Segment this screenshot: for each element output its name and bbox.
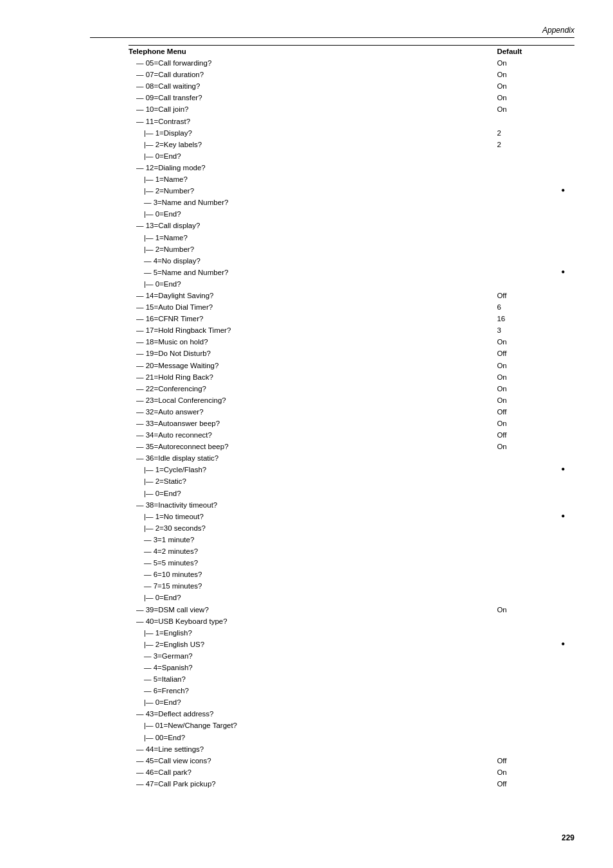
bullet-indicator bbox=[551, 394, 574, 406]
bullet-indicator bbox=[551, 244, 574, 255]
default-value bbox=[494, 650, 551, 662]
menu-item-text: — 07=Call duration? bbox=[129, 69, 494, 80]
bullet-indicator bbox=[551, 696, 574, 708]
bullet-indicator bbox=[551, 743, 574, 755]
menu-item-text: — 11=Contrast? bbox=[129, 116, 494, 127]
default-value bbox=[494, 452, 551, 464]
bullet-indicator bbox=[551, 208, 574, 220]
menu-item-text: — 16=CFNR Timer? bbox=[129, 313, 494, 324]
table-row: |— 1=English? bbox=[129, 627, 574, 639]
table-row: — 08=Call waiting?On bbox=[129, 80, 574, 92]
bullet-indicator bbox=[551, 162, 574, 173]
table-row: — 4=Spanish? bbox=[129, 662, 574, 673]
bullet-indicator bbox=[551, 313, 574, 324]
default-value: 2 bbox=[494, 127, 551, 139]
default-value: On bbox=[494, 360, 551, 371]
bullet-indicator bbox=[551, 92, 574, 103]
bullet-indicator bbox=[551, 569, 574, 580]
bullet-indicator bbox=[551, 255, 574, 267]
default-value bbox=[494, 116, 551, 127]
menu-item-text: |— 0=End? bbox=[129, 592, 494, 603]
bullet-indicator bbox=[551, 57, 574, 69]
table-row: — 07=Call duration?On bbox=[129, 69, 574, 80]
bullet-indicator bbox=[551, 383, 574, 394]
menu-item-text: |— 2=Static? bbox=[129, 475, 494, 487]
table-row: |— 1=Display?2 bbox=[129, 127, 574, 139]
default-value bbox=[494, 696, 551, 708]
table-row: — 12=Dialing mode? bbox=[129, 162, 574, 173]
default-value bbox=[494, 662, 551, 673]
table-row: — 47=Call Park pickup?Off bbox=[129, 778, 574, 790]
menu-item-text: |— 1=Display? bbox=[129, 127, 494, 139]
table-row: — 18=Music on hold?On bbox=[129, 336, 574, 348]
default-value bbox=[494, 592, 551, 603]
default-value bbox=[494, 569, 551, 580]
menu-item-text: — 40=USB Keyboard type? bbox=[129, 616, 494, 627]
menu-item-text: — 22=Conferencing? bbox=[129, 383, 494, 394]
bullet-indicator bbox=[551, 755, 574, 766]
menu-item-text: — 3=Name and Number? bbox=[129, 197, 494, 208]
table-row: |— 00=End? bbox=[129, 732, 574, 743]
bullet-indicator bbox=[551, 220, 574, 231]
bullet-indicator bbox=[551, 475, 574, 487]
default-value: On bbox=[494, 766, 551, 778]
default-value: On bbox=[494, 103, 551, 115]
table-row: |— 1=Name? bbox=[129, 173, 574, 185]
default-value bbox=[494, 627, 551, 639]
default-value bbox=[494, 220, 551, 231]
menu-item-text: — 44=Line settings? bbox=[129, 743, 494, 755]
table-row: — 20=Message Waiting?On bbox=[129, 360, 574, 371]
table-row: — 4=No display? bbox=[129, 255, 574, 267]
table-row: — 05=Call forwarding?On bbox=[129, 57, 574, 69]
table-row: — 10=Call join?On bbox=[129, 103, 574, 115]
default-value bbox=[494, 488, 551, 499]
bullet-indicator bbox=[551, 324, 574, 336]
default-value: On bbox=[494, 336, 551, 348]
bullet-indicator bbox=[551, 488, 574, 499]
default-value: 6 bbox=[494, 301, 551, 313]
table-row: |— 0=End? bbox=[129, 150, 574, 162]
menu-item-text: |— 1=No timeout? bbox=[129, 511, 494, 522]
menu-item-text: |— 1=Name? bbox=[129, 232, 494, 244]
menu-item-text: — 4=No display? bbox=[129, 255, 494, 267]
table-row: — 17=Hold Ringback Timer?3 bbox=[129, 324, 574, 336]
menu-item-text: — 46=Call park? bbox=[129, 766, 494, 778]
menu-item-text: — 32=Auto answer? bbox=[129, 406, 494, 418]
default-value: Off bbox=[494, 406, 551, 418]
bullet-indicator bbox=[551, 406, 574, 418]
table-row: |— 0=End? bbox=[129, 488, 574, 499]
menu-item-text: |— 01=New/Change Target? bbox=[129, 720, 494, 731]
menu-item-text: |— 2=English US? bbox=[129, 639, 494, 650]
menu-item-text: — 5=Name and Number? bbox=[129, 267, 494, 278]
menu-item-text: |— 0=End? bbox=[129, 150, 494, 162]
bullet-indicator bbox=[551, 627, 574, 639]
table-row: |— 2=30 seconds? bbox=[129, 522, 574, 534]
bullet-indicator bbox=[551, 522, 574, 534]
menu-item-text: |— 2=30 seconds? bbox=[129, 522, 494, 534]
bullet-indicator bbox=[551, 557, 574, 569]
default-value bbox=[494, 685, 551, 696]
default-value: On bbox=[494, 371, 551, 383]
bullet-indicator bbox=[551, 766, 574, 778]
default-value bbox=[494, 616, 551, 627]
bullet-indicator bbox=[551, 685, 574, 696]
menu-item-text: — 10=Call join? bbox=[129, 103, 494, 115]
default-value: 3 bbox=[494, 324, 551, 336]
table-row: |— 0=End? bbox=[129, 278, 574, 290]
table-row: — 43=Deflect address? bbox=[129, 708, 574, 720]
table-row: — 36=Idle display static? bbox=[129, 452, 574, 464]
table-row: |— 2=Key labels?2 bbox=[129, 139, 574, 150]
menu-item-text: — 5=Italian? bbox=[129, 673, 494, 685]
default-value bbox=[494, 743, 551, 755]
table-row: — 38=Inactivity timeout? bbox=[129, 499, 574, 511]
default-value: On bbox=[494, 80, 551, 92]
table-row: |— 2=Number? bbox=[129, 244, 574, 255]
default-value: Off bbox=[494, 778, 551, 790]
default-value: On bbox=[494, 383, 551, 394]
bullet-indicator bbox=[551, 103, 574, 115]
menu-item-text: — 13=Call display? bbox=[129, 220, 494, 231]
default-value bbox=[494, 511, 551, 522]
table-row: — 13=Call display? bbox=[129, 220, 574, 231]
bullet-indicator bbox=[551, 278, 574, 290]
table-row: — 5=Italian? bbox=[129, 673, 574, 685]
